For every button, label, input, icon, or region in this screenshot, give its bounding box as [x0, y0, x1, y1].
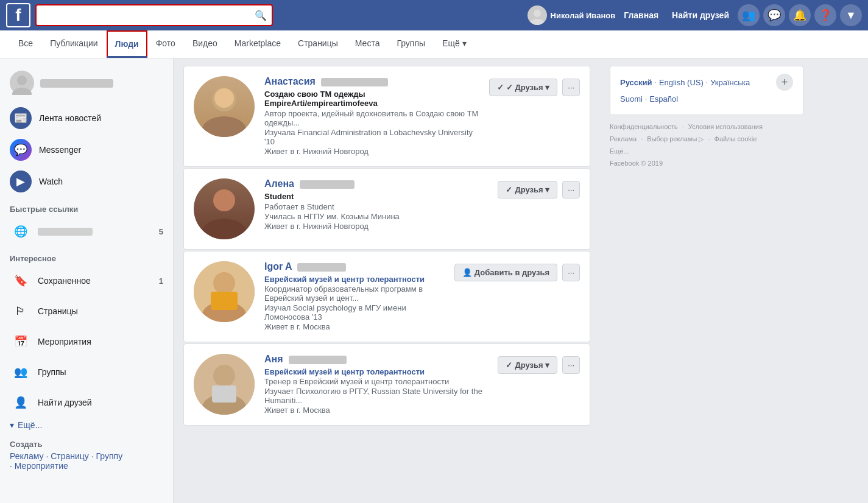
result-detail-3-0: Координатор образовательных программ в Е… [264, 284, 445, 303]
create-ad-link[interactable]: Рекламу [10, 451, 44, 461]
nav-home-link[interactable]: Главная [619, 10, 663, 20]
create-page-link[interactable]: Страницу [51, 451, 89, 461]
create-event-link[interactable]: Мероприятие [15, 461, 68, 471]
nav-find-friends-link[interactable]: Найти друзей [667, 10, 734, 20]
pages-label: Страницы [38, 306, 78, 316]
sidebar-create: Создать Рекламу · Страницу · Группу · Ме… [0, 432, 173, 473]
svg-point-11 [213, 272, 235, 294]
svg-point-15 [213, 365, 235, 387]
friends-button-2[interactable]: ✓ Друзья ▾ [498, 181, 557, 199]
dropdown-icon-btn[interactable]: ▼ [840, 4, 862, 26]
footer-ads-link[interactable]: Реклама [610, 135, 637, 142]
footer-more-link[interactable]: Ещё... [610, 147, 629, 155]
sidebar-item-saved[interactable]: 🔖 Сохраненное 1 [0, 266, 173, 296]
result-subtitle-3: Еврейский музей и центр толерантности [264, 275, 445, 284]
sidebar-item-events[interactable]: 📅 Мероприятия [0, 326, 173, 357]
result-card-4: Аня Еврейский музей и центр толерантност… [183, 343, 590, 426]
svg-point-3 [12, 88, 32, 95]
search-icon[interactable]: 🔍 [255, 10, 267, 21]
sidebar-more-label: Ещё... [18, 420, 42, 430]
sidebar-item-watch-label: Watch [39, 177, 63, 186]
bell-icon-btn[interactable]: 🔔 [789, 4, 811, 26]
more-button-1[interactable]: ··· [562, 79, 580, 96]
result-name-2[interactable]: Алена [264, 178, 488, 189]
result-card-3: Igor A Еврейский музей и центр толерантн… [183, 251, 590, 342]
search-input[interactable]: a [41, 10, 255, 20]
result-detail-4-1: Изучает Психологию в РГГУ, Russian State… [264, 387, 488, 405]
filter-groups[interactable]: Группы [388, 30, 434, 58]
footer-privacy-link[interactable]: Конфиденциальность [610, 123, 678, 130]
sidebar-item-newsfeed-label: Лента новостей [39, 113, 101, 123]
footer-copyright: Facebook © 2019 [610, 160, 803, 167]
sidebar-item-messenger[interactable]: 💬 Messenger [0, 134, 173, 166]
search-box[interactable]: a 🔍 [35, 4, 273, 26]
filter-places[interactable]: Места [347, 30, 389, 58]
svg-rect-17 [212, 385, 236, 403]
filter-people[interactable]: Люди [107, 30, 147, 58]
filter-photos[interactable]: Фото [147, 30, 184, 58]
result-name-4[interactable]: Аня [264, 354, 488, 365]
more-button-4[interactable]: ··· [562, 356, 580, 374]
sidebar-item-messenger-label: Messenger [39, 145, 81, 155]
result-actions-4: ✓ Друзья ▾ ··· [498, 354, 580, 374]
filter-publications[interactable]: Публикации [41, 30, 106, 58]
sidebar-item-find-friends[interactable]: 👤 Найти друзей [0, 387, 173, 418]
footer-terms-link[interactable]: Условия использования [688, 123, 763, 130]
more-button-2[interactable]: ··· [562, 181, 580, 199]
sidebar-item-watch[interactable]: ▶ Watch [0, 166, 173, 197]
avatar [528, 5, 547, 25]
saved-icon: 🔖 [10, 270, 32, 292]
more-button-3[interactable]: ··· [562, 264, 580, 281]
nav-user[interactable]: Николай Иванов [528, 5, 616, 25]
filter-videos[interactable]: Видео [184, 30, 226, 58]
footer-ad-choice-link[interactable]: Выбор рекламы ▷ [647, 135, 704, 142]
result-detail-4-0: Тренер в Еврейский музей и центр толеран… [264, 377, 488, 386]
sidebar-user-name [40, 78, 113, 88]
result-info-4: Аня Еврейский музей и центр толерантност… [264, 354, 488, 415]
filter-pages[interactable]: Страницы [289, 30, 347, 58]
sidebar-more[interactable]: ▾ Ещё... [0, 418, 173, 432]
newsfeed-icon: 📰 [10, 107, 32, 129]
quick-link-badge: 5 [159, 227, 163, 236]
friends-button-4[interactable]: ✓ Друзья ▾ [498, 356, 557, 374]
friends-button-1[interactable]: ✓ ✓ Друзья ▾ [489, 79, 557, 96]
find-friends-label: Найти друзей [38, 398, 92, 407]
sidebar-item-pages[interactable]: 🏳 Страницы [0, 296, 173, 326]
sidebar-user[interactable] [0, 66, 173, 102]
result-name-1[interactable]: Анастасия [264, 76, 479, 87]
nav-right: Николай Иванов Главная Найти друзей 👥 💬 … [528, 4, 862, 26]
filter-more[interactable]: Ещё ▾ [434, 30, 475, 58]
create-group-link[interactable]: Группу [96, 451, 123, 461]
sidebar-item-groups[interactable]: 👥 Группы [0, 357, 173, 387]
lang-suomi[interactable]: Suomi [620, 94, 643, 104]
sidebar-item-newsfeed[interactable]: 📰 Лента новостей [0, 102, 173, 134]
result-subtitle-1: Создаю свою ТМ одежды EmpireArti/empirea… [264, 90, 479, 108]
lang-espanol[interactable]: Español [649, 94, 678, 104]
result-avatar-2[interactable] [194, 178, 255, 239]
result-avatar-4[interactable] [194, 354, 255, 415]
quick-link-icon: 🌐 [10, 220, 32, 242]
fb-logo: f [6, 3, 30, 27]
create-links: Рекламу · Страницу · Группу · Мероприяти… [10, 451, 163, 471]
lang-ukrainian[interactable]: Українська [710, 78, 750, 87]
result-avatar-1[interactable] [194, 76, 255, 137]
lang-english[interactable]: English (US) [659, 78, 704, 87]
help-icon-btn[interactable]: ❓ [814, 4, 836, 26]
saved-label: Сохраненное [38, 276, 91, 286]
result-name-3[interactable]: Igor A [264, 261, 445, 272]
sidebar-quick-link-1[interactable]: 🌐 5 [0, 216, 173, 247]
footer-cookies-link[interactable]: Файлы cookie [715, 135, 757, 142]
messenger-icon: 💬 [10, 139, 32, 161]
result-avatar-3[interactable] [194, 261, 255, 322]
filter-marketplace[interactable]: Marketplace [226, 30, 289, 58]
result-detail-4-2: Живет в г. Москва [264, 406, 488, 415]
add-friend-button-3[interactable]: 👤 Добавить в друзья [454, 264, 557, 281]
result-detail-1-1: Изучала Financial Administration в Lobac… [264, 128, 479, 146]
lang-russian[interactable]: Русский [620, 78, 652, 87]
filter-all[interactable]: Все [10, 30, 41, 58]
people-icon-btn[interactable]: 👥 [738, 4, 760, 26]
add-language-button[interactable]: + [776, 74, 793, 91]
page-layout: 📰 Лента новостей 💬 Messenger ▶ Watch Быс… [0, 58, 868, 503]
messenger-icon-btn[interactable]: 💬 [763, 4, 785, 26]
result-detail-2-0: Работает в Student [264, 202, 488, 211]
